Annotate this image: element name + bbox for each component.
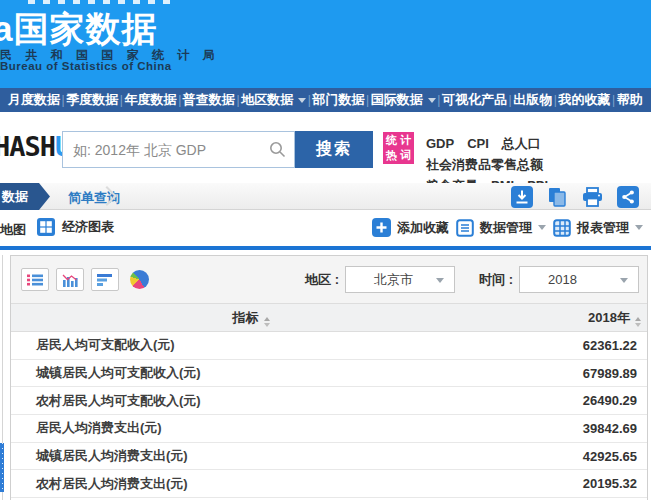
chevron-down-icon — [436, 278, 444, 283]
hot-words-badge: 统 计热 词 — [383, 132, 414, 164]
search-box — [62, 131, 295, 168]
tab-data[interactable]: 数据 — [0, 183, 50, 210]
hot-word[interactable]: GDP — [426, 133, 454, 154]
dashboard-icon — [37, 218, 55, 236]
list-view-icon — [27, 273, 43, 287]
plus-icon — [372, 218, 391, 237]
chevron-down-icon — [298, 98, 306, 103]
nav-item-10[interactable]: 我的收藏 — [559, 91, 611, 109]
sort-icon — [264, 317, 270, 327]
nav-separator: | — [62, 93, 65, 107]
site-logo: a国家数据 — [0, 6, 157, 53]
nav-separator: | — [612, 93, 615, 107]
nav-item-4[interactable]: 普查数据 — [183, 91, 235, 109]
nav-item-1[interactable]: 月度数据 — [8, 91, 60, 109]
indicator-cell: 城镇居民人均可支配收入(元) — [11, 364, 497, 382]
search-brand-logo: HASHU — [0, 131, 70, 162]
hot-words-line1: GDPCPI总人口社会消费品零售总额 — [426, 133, 651, 175]
indicator-cell: 城镇居民人均消费支出(元) — [11, 447, 497, 465]
time-select[interactable]: 2018 — [519, 266, 639, 293]
blue-divider — [0, 246, 651, 250]
nav-item-8[interactable]: 可视化产品 — [442, 91, 507, 109]
data-manage-menu[interactable]: 数据管理 — [456, 219, 546, 237]
site-header: a国家数据 民 共 和 国 国 家 统 计 局 Bureau of Statis… — [0, 0, 651, 88]
indicator-cell: 农村居民人均可支配收入(元) — [11, 392, 497, 410]
share-icon[interactable] — [617, 186, 639, 208]
search-input[interactable] — [63, 132, 269, 167]
nav-item-6[interactable]: 部门数据 — [312, 91, 364, 109]
sidebar-scrollbar[interactable] — [0, 443, 4, 492]
column-chart-button[interactable] — [56, 268, 84, 291]
search-icon[interactable] — [269, 141, 286, 158]
table-row: 城镇居民人均消费支出(元)42925.65 — [11, 443, 647, 471]
hot-word[interactable]: CPI — [467, 133, 489, 154]
result-panel: 地区 : 北京市 时间 : 2018 指标 2018年 居民人均可支配收入(元)… — [10, 255, 648, 500]
nav-separator: | — [236, 93, 239, 107]
nav-separator: | — [554, 93, 557, 107]
column-chart-icon — [62, 273, 78, 287]
value-cell: 39842.69 — [497, 421, 647, 436]
document-list-icon — [456, 219, 474, 237]
table-grid-icon — [553, 219, 571, 237]
pie-chart-button[interactable] — [130, 270, 149, 289]
main-nav: 月度数据|季度数据|年度数据|普查数据|地区数据|部门数据|国际数据|可视化产品… — [0, 88, 651, 112]
nav-separator: | — [509, 93, 512, 107]
nav-item-2[interactable]: 季度数据 — [66, 91, 118, 109]
hot-word[interactable]: 总人口 — [502, 133, 541, 154]
page: a国家数据 民 共 和 国 国 家 统 计 局 Bureau of Statis… — [0, 0, 651, 500]
nav-item-7[interactable]: 国际数据 — [371, 91, 436, 109]
nav-item-3[interactable]: 年度数据 — [125, 91, 177, 109]
value-cell: 42925.65 — [497, 449, 647, 464]
time-filter-label: 时间 : — [479, 271, 513, 289]
chevron-down-icon — [538, 225, 546, 230]
tab-economic-map[interactable]: 地图 — [0, 221, 26, 239]
nav-separator: | — [366, 93, 369, 107]
nav-item-9[interactable]: 出版物 — [513, 91, 552, 109]
bar-chart-icon — [97, 273, 113, 287]
region-filter-label: 地区 : — [305, 271, 339, 289]
indicator-column-header[interactable]: 指标 — [11, 309, 491, 327]
nav-item-11[interactable]: 帮助 — [617, 91, 643, 109]
value-cell: 20195.32 — [497, 476, 647, 491]
nav-separator: | — [120, 93, 123, 107]
region-select[interactable]: 北京市 — [345, 266, 455, 293]
year-column-header[interactable]: 2018年 — [491, 309, 647, 327]
table-row: 居民人均可支配收入(元)62361.22 — [11, 332, 647, 360]
sort-icon — [635, 317, 641, 327]
hot-word[interactable]: 社会消费品零售总额 — [426, 154, 543, 175]
search-button[interactable]: 搜索 — [295, 131, 373, 168]
nav-separator: | — [178, 93, 181, 107]
table-row: 农村居民人均消费支出(元)20195.32 — [11, 470, 647, 498]
nav-item-5[interactable]: 地区数据 — [241, 91, 306, 109]
table-row: 城镇居民人均可支配收入(元)67989.89 — [11, 360, 647, 388]
indicator-cell: 居民人均可支配收入(元) — [11, 336, 497, 354]
download-icon[interactable] — [511, 186, 533, 208]
chevron-down-icon — [620, 278, 628, 283]
clipped-text-fragment — [28, 0, 170, 4]
list-view-button[interactable] — [21, 268, 49, 291]
copy-icon[interactable] — [546, 186, 568, 208]
nav-separator: | — [308, 93, 311, 107]
table-body: 居民人均可支配收入(元)62361.22城镇居民人均可支配收入(元)67989.… — [11, 332, 647, 498]
value-cell: 26490.29 — [497, 393, 647, 408]
action-icons — [511, 186, 639, 208]
indicator-cell: 农村居民人均消费支出(元) — [11, 475, 497, 493]
report-manage-menu[interactable]: 报表管理 — [553, 219, 643, 237]
chevron-down-icon — [635, 225, 643, 230]
table-header: 指标 2018年 — [11, 303, 647, 332]
table-row: 居民人均消费支出(元)39842.69 — [11, 415, 647, 443]
bar-chart-button[interactable] — [91, 268, 119, 291]
site-logo-subtitle-en: Bureau of Statistics of China — [0, 60, 172, 72]
tab-economic-charts[interactable]: 经济图表 — [37, 218, 114, 236]
chevron-down-icon — [428, 98, 436, 103]
value-cell: 62361.22 — [497, 338, 647, 353]
table-row: 农村居民人均可支配收入(元)26490.29 — [11, 387, 647, 415]
print-icon[interactable] — [581, 186, 604, 208]
panel-toolbar: 地区 : 北京市 时间 : 2018 — [11, 256, 647, 303]
sub-toolbar-right: 添加收藏 数据管理 报表管理 — [372, 218, 643, 237]
nav-separator: | — [437, 93, 440, 107]
sub-toolbar: 地图 经济图表 添加收藏 — [0, 213, 651, 246]
indicator-cell: 居民人均消费支出(元) — [11, 419, 497, 437]
value-cell: 67989.89 — [497, 366, 647, 381]
add-favorite-button[interactable]: 添加收藏 — [372, 218, 449, 237]
